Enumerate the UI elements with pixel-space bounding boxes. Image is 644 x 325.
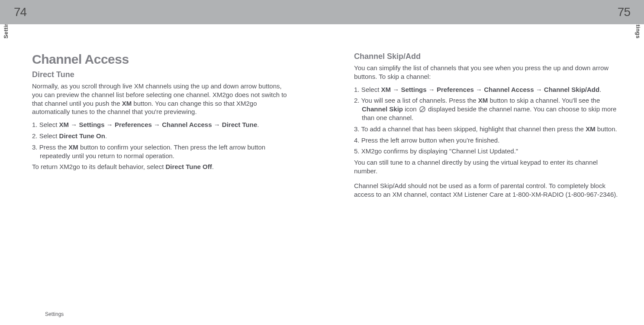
arrow-icon: → xyxy=(214,121,220,128)
path-xm: XM xyxy=(59,121,69,128)
page-number-left: 74 xyxy=(14,5,26,19)
bold-xm: XM xyxy=(586,125,596,133)
bold-direct-tune-off: Direct Tune Off xyxy=(166,163,212,170)
path-preferences: Preferences xyxy=(437,86,474,93)
skip-step-1: 1. Select XM → Settings → Preferences → … xyxy=(354,85,620,94)
skip-step-2: 2. You will see a list of channels. Pres… xyxy=(354,96,620,122)
left-page: Channel Access Direct Tune Normally, as … xyxy=(0,24,322,325)
text: 2. Select xyxy=(32,132,59,140)
text: 3. Press the xyxy=(32,143,68,151)
right-page: Channel Skip/Add You can simplify the li… xyxy=(322,24,644,325)
arrow-icon: → xyxy=(154,121,160,128)
path-channel-access: Channel Access xyxy=(484,86,534,93)
arrow-icon: → xyxy=(536,86,542,93)
text: 3. To add a channel that has been skippe… xyxy=(354,125,586,133)
skip-step-3: 3. To add a channel that has been skippe… xyxy=(354,125,620,133)
bold-xm: XM xyxy=(68,143,78,151)
path-settings: Settings xyxy=(79,121,104,128)
path-xm: XM xyxy=(381,86,391,93)
bold-xm: XM xyxy=(478,97,488,104)
path-direct-tune: Direct Tune xyxy=(222,121,257,128)
path-channel-access: Channel Access xyxy=(162,121,212,128)
direct-tune-step-1: 1. Select XM → Settings → Preferences → … xyxy=(32,120,290,129)
footer-left: Settings xyxy=(45,311,64,317)
arrow-icon: → xyxy=(428,86,435,93)
skip-after: You can still tune to a channel directly… xyxy=(354,158,620,176)
channel-skip-icon xyxy=(419,106,425,112)
text: 1. Select xyxy=(354,86,381,93)
direct-tune-step-3: 3. Press the XM button to confirm your s… xyxy=(32,143,290,160)
path-channel-skip-add: Channel Skip/Add xyxy=(544,86,599,93)
arrow-icon: → xyxy=(393,86,399,93)
arrow-icon: → xyxy=(476,86,482,93)
body: Channel Access Direct Tune Normally, as … xyxy=(0,24,644,325)
page-number-right: 75 xyxy=(618,5,630,19)
text: 2. You will see a list of channels. Pres… xyxy=(354,97,478,104)
skip-note: Channel Skip/Add should not be used as a… xyxy=(354,182,620,199)
path-settings: Settings xyxy=(401,86,426,93)
bold-xm: XM xyxy=(122,100,132,107)
text: icon xyxy=(403,105,419,113)
text: To return XM2go to its default behavior,… xyxy=(32,163,166,170)
subheading-channel-skip-add: Channel Skip/Add xyxy=(354,52,620,61)
skip-step-5: 5. XM2go confirms by displaying "Channel… xyxy=(354,147,620,156)
skip-intro: You can simplify the list of channels th… xyxy=(354,64,620,81)
header-bar: 74 75 xyxy=(0,0,644,24)
bold-direct-tune-on: Direct Tune On xyxy=(59,132,105,140)
skip-step-4: 4. Press the left arrow button when you'… xyxy=(354,136,620,145)
bold-channel-skip: Channel Skip xyxy=(362,105,403,113)
text: button. xyxy=(596,125,617,133)
heading-channel-access: Channel Access xyxy=(32,52,290,67)
text: 1. Select xyxy=(32,121,59,128)
subheading-direct-tune: Direct Tune xyxy=(32,70,290,79)
arrow-icon: → xyxy=(106,121,113,128)
page-spread: Settings Settings 74 75 Channel Access D… xyxy=(0,0,644,325)
direct-tune-closing: To return XM2go to its default behavior,… xyxy=(32,162,290,171)
direct-tune-intro: Normally, as you scroll through live XM … xyxy=(32,82,290,116)
path-preferences: Preferences xyxy=(115,121,152,128)
text: button to skip a channel. You'll see the xyxy=(488,97,600,104)
direct-tune-step-2: 2. Select Direct Tune On. xyxy=(32,132,290,140)
arrow-icon: → xyxy=(71,121,77,128)
